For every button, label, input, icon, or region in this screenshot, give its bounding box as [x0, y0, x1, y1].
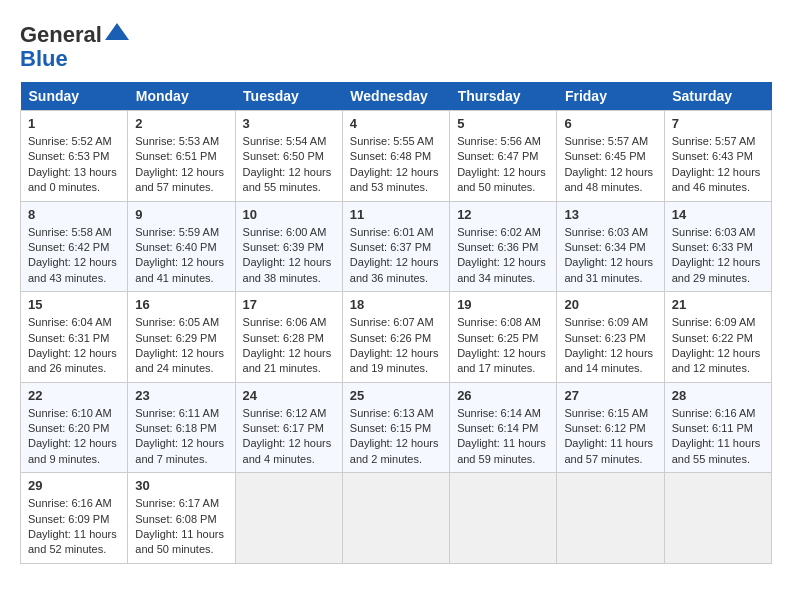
day-number: 7 [672, 116, 764, 131]
sunset-text: Sunset: 6:26 PM [350, 332, 431, 344]
sunrise-text: Sunrise: 6:10 AM [28, 407, 112, 419]
calendar-body: 1Sunrise: 5:52 AMSunset: 6:53 PMDaylight… [21, 111, 772, 564]
daylight-hours-text: Daylight: 12 hours [135, 166, 224, 178]
day-number: 11 [350, 207, 442, 222]
sunset-text: Sunset: 6:51 PM [135, 150, 216, 162]
calendar-week-3: 15Sunrise: 6:04 AMSunset: 6:31 PMDayligh… [21, 292, 772, 383]
day-number: 10 [243, 207, 335, 222]
calendar-cell: 5Sunrise: 5:56 AMSunset: 6:47 PMDaylight… [450, 111, 557, 202]
sunset-text: Sunset: 6:25 PM [457, 332, 538, 344]
daylight-hours-text: Daylight: 11 hours [672, 437, 761, 449]
calendar-cell: 27Sunrise: 6:15 AMSunset: 6:12 PMDayligh… [557, 382, 664, 473]
day-info: Sunrise: 6:01 AMSunset: 6:37 PMDaylight:… [350, 225, 442, 287]
day-info: Sunrise: 5:57 AMSunset: 6:45 PMDaylight:… [564, 134, 656, 196]
calendar-cell [664, 473, 771, 564]
calendar-cell: 1Sunrise: 5:52 AMSunset: 6:53 PMDaylight… [21, 111, 128, 202]
logo: General Blue [20, 20, 132, 72]
day-info: Sunrise: 6:17 AMSunset: 6:08 PMDaylight:… [135, 496, 227, 558]
daylight-minutes-text: and 43 minutes. [28, 272, 106, 284]
sunset-text: Sunset: 6:14 PM [457, 422, 538, 434]
day-info: Sunrise: 6:04 AMSunset: 6:31 PMDaylight:… [28, 315, 120, 377]
daylight-hours-text: Daylight: 11 hours [457, 437, 546, 449]
sunrise-text: Sunrise: 6:12 AM [243, 407, 327, 419]
daylight-hours-text: Daylight: 12 hours [457, 166, 546, 178]
day-number: 24 [243, 388, 335, 403]
calendar-cell: 14Sunrise: 6:03 AMSunset: 6:33 PMDayligh… [664, 201, 771, 292]
calendar-cell [557, 473, 664, 564]
daylight-hours-text: Daylight: 12 hours [135, 347, 224, 359]
day-info: Sunrise: 5:56 AMSunset: 6:47 PMDaylight:… [457, 134, 549, 196]
calendar-cell: 28Sunrise: 6:16 AMSunset: 6:11 PMDayligh… [664, 382, 771, 473]
day-number: 14 [672, 207, 764, 222]
daylight-minutes-text: and 50 minutes. [457, 181, 535, 193]
daylight-hours-text: Daylight: 12 hours [564, 256, 653, 268]
daylight-hours-text: Daylight: 12 hours [28, 256, 117, 268]
daylight-hours-text: Daylight: 12 hours [28, 347, 117, 359]
sunrise-text: Sunrise: 5:54 AM [243, 135, 327, 147]
day-info: Sunrise: 5:58 AMSunset: 6:42 PMDaylight:… [28, 225, 120, 287]
sunrise-text: Sunrise: 6:04 AM [28, 316, 112, 328]
daylight-minutes-text: and 53 minutes. [350, 181, 428, 193]
sunrise-text: Sunrise: 5:55 AM [350, 135, 434, 147]
calendar-cell [342, 473, 449, 564]
calendar-cell: 30Sunrise: 6:17 AMSunset: 6:08 PMDayligh… [128, 473, 235, 564]
day-number: 2 [135, 116, 227, 131]
day-info: Sunrise: 6:03 AMSunset: 6:34 PMDaylight:… [564, 225, 656, 287]
day-info: Sunrise: 6:08 AMSunset: 6:25 PMDaylight:… [457, 315, 549, 377]
calendar-cell: 25Sunrise: 6:13 AMSunset: 6:15 PMDayligh… [342, 382, 449, 473]
day-number: 25 [350, 388, 442, 403]
daylight-hours-text: Daylight: 11 hours [564, 437, 653, 449]
sunrise-text: Sunrise: 6:17 AM [135, 497, 219, 509]
calendar-cell: 11Sunrise: 6:01 AMSunset: 6:37 PMDayligh… [342, 201, 449, 292]
day-number: 12 [457, 207, 549, 222]
sunset-text: Sunset: 6:53 PM [28, 150, 109, 162]
daylight-minutes-text: and 34 minutes. [457, 272, 535, 284]
sunset-text: Sunset: 6:12 PM [564, 422, 645, 434]
calendar-cell: 19Sunrise: 6:08 AMSunset: 6:25 PMDayligh… [450, 292, 557, 383]
calendar-cell [450, 473, 557, 564]
day-number: 21 [672, 297, 764, 312]
sunrise-text: Sunrise: 5:56 AM [457, 135, 541, 147]
daylight-minutes-text: and 0 minutes. [28, 181, 100, 193]
day-info: Sunrise: 6:11 AMSunset: 6:18 PMDaylight:… [135, 406, 227, 468]
daylight-minutes-text: and 57 minutes. [135, 181, 213, 193]
sunset-text: Sunset: 6:15 PM [350, 422, 431, 434]
daylight-minutes-text: and 14 minutes. [564, 362, 642, 374]
day-number: 15 [28, 297, 120, 312]
day-info: Sunrise: 6:13 AMSunset: 6:15 PMDaylight:… [350, 406, 442, 468]
calendar-cell: 18Sunrise: 6:07 AMSunset: 6:26 PMDayligh… [342, 292, 449, 383]
sunrise-text: Sunrise: 6:16 AM [28, 497, 112, 509]
daylight-minutes-text: and 59 minutes. [457, 453, 535, 465]
sunset-text: Sunset: 6:45 PM [564, 150, 645, 162]
calendar-cell: 13Sunrise: 6:03 AMSunset: 6:34 PMDayligh… [557, 201, 664, 292]
day-info: Sunrise: 5:55 AMSunset: 6:48 PMDaylight:… [350, 134, 442, 196]
daylight-minutes-text: and 31 minutes. [564, 272, 642, 284]
sunrise-text: Sunrise: 6:00 AM [243, 226, 327, 238]
day-number: 22 [28, 388, 120, 403]
daylight-hours-text: Daylight: 12 hours [350, 347, 439, 359]
day-info: Sunrise: 6:07 AMSunset: 6:26 PMDaylight:… [350, 315, 442, 377]
calendar-table: SundayMondayTuesdayWednesdayThursdayFrid… [20, 82, 772, 564]
day-number: 19 [457, 297, 549, 312]
sunrise-text: Sunrise: 5:59 AM [135, 226, 219, 238]
sunset-text: Sunset: 6:33 PM [672, 241, 753, 253]
daylight-minutes-text: and 12 minutes. [672, 362, 750, 374]
day-info: Sunrise: 5:53 AMSunset: 6:51 PMDaylight:… [135, 134, 227, 196]
daylight-minutes-text: and 17 minutes. [457, 362, 535, 374]
daylight-minutes-text: and 46 minutes. [672, 181, 750, 193]
sunset-text: Sunset: 6:43 PM [672, 150, 753, 162]
day-number: 3 [243, 116, 335, 131]
weekday-monday: Monday [128, 82, 235, 111]
sunrise-text: Sunrise: 6:09 AM [564, 316, 648, 328]
calendar-cell: 7Sunrise: 5:57 AMSunset: 6:43 PMDaylight… [664, 111, 771, 202]
sunset-text: Sunset: 6:48 PM [350, 150, 431, 162]
calendar-cell: 24Sunrise: 6:12 AMSunset: 6:17 PMDayligh… [235, 382, 342, 473]
daylight-minutes-text: and 29 minutes. [672, 272, 750, 284]
sunrise-text: Sunrise: 5:57 AM [564, 135, 648, 147]
daylight-minutes-text: and 48 minutes. [564, 181, 642, 193]
sunrise-text: Sunrise: 6:08 AM [457, 316, 541, 328]
day-number: 29 [28, 478, 120, 493]
day-info: Sunrise: 5:57 AMSunset: 6:43 PMDaylight:… [672, 134, 764, 196]
day-number: 8 [28, 207, 120, 222]
weekday-saturday: Saturday [664, 82, 771, 111]
